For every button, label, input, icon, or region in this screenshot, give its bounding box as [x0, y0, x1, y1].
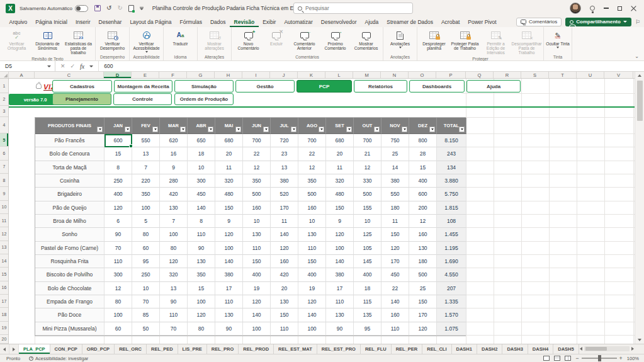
cell-M16[interactable]: 18	[354, 282, 381, 295]
cell-C11[interactable]: Broa de Milho	[35, 215, 105, 228]
cell-N12[interactable]: 150	[381, 228, 409, 241]
sheet-tab-rel-orc[interactable]: REL_ORC	[115, 344, 147, 354]
cell-P8[interactable]: 3.880	[437, 174, 466, 188]
cell-K12[interactable]: 130	[298, 228, 326, 241]
cell-J6[interactable]: 23	[271, 147, 298, 161]
autosave-toggle[interactable]	[75, 5, 88, 12]
cell-K18[interactable]: 140	[298, 308, 326, 322]
cell-F6[interactable]: 16	[160, 147, 188, 161]
cell-E5[interactable]: 550	[132, 134, 160, 147]
cell-O5[interactable]: 800	[409, 134, 437, 147]
cell-I18[interactable]: 140	[243, 308, 271, 322]
cell-G9[interactable]: 450	[188, 188, 215, 201]
cell-J14[interactable]: 160	[271, 255, 298, 268]
cell-P10[interactable]: 1.815	[437, 201, 466, 215]
cell-L11[interactable]: 9	[326, 215, 354, 228]
ribbon-button-verificar-desempenho[interactable]: Verificar Desempenho	[97, 28, 128, 50]
column-header-F[interactable]: F	[159, 72, 187, 78]
cell-O8[interactable]: 400	[409, 174, 437, 188]
cell-K8[interactable]: 350	[298, 174, 326, 188]
cell-E8[interactable]: 220	[132, 174, 160, 188]
sheet-tab-con-pcp[interactable]: CON_PCP	[50, 344, 82, 354]
cell-I5[interactable]: 700	[243, 134, 271, 147]
formula-bar-expand-icon[interactable]	[89, 65, 93, 67]
cell-K9[interactable]: 500	[298, 188, 326, 201]
cell-K15[interactable]: 400	[298, 268, 326, 281]
cell-J12[interactable]: 140	[271, 228, 298, 241]
cell-M13[interactable]: 105	[354, 242, 381, 255]
sheet-tab-lis-pre[interactable]: LIS_PRE	[178, 344, 207, 354]
cell-M19[interactable]: 95	[354, 322, 381, 336]
ribbon-button-traduzir[interactable]: AaTraduzir	[165, 28, 196, 46]
column-header-V[interactable]: V	[604, 72, 633, 78]
cell-E14[interactable]: 95	[132, 255, 160, 268]
cell-G8[interactable]: 300	[188, 174, 215, 188]
zoom-slider[interactable]	[598, 355, 601, 361]
cell-K13[interactable]: 110	[298, 242, 326, 255]
ribbon-button-ocultar-tinta[interactable]: ✎≈≈Ocultar Tinta	[545, 28, 570, 48]
cell-H12[interactable]: 120	[215, 228, 243, 241]
column-header-L[interactable]: L	[325, 72, 353, 78]
cell-H5[interactable]: 680	[215, 134, 243, 147]
nav-button-controle[interactable]: Controle	[113, 93, 172, 105]
cell-J8[interactable]: 380	[271, 174, 298, 188]
cell-P11[interactable]: 108	[437, 215, 466, 228]
cell-N15[interactable]: 450	[381, 268, 409, 281]
filter-button[interactable]	[263, 127, 269, 132]
minimize-button[interactable]	[604, 8, 609, 8]
cell-L9[interactable]: 480	[326, 188, 354, 201]
cell-O10[interactable]: 200	[409, 201, 437, 215]
row-header-15[interactable]: 15	[0, 268, 8, 281]
cell-I9[interactable]: 500	[243, 188, 271, 201]
cell-D11[interactable]: 6	[105, 215, 132, 228]
cell-C16[interactable]: Bolo de Chocolate	[35, 282, 105, 295]
cell-E16[interactable]: 10	[132, 282, 160, 295]
cell-E11[interactable]: 5	[132, 215, 160, 228]
cell-M9[interactable]: 500	[354, 188, 381, 201]
customize-quick-access-icon[interactable]	[140, 7, 144, 10]
cell-O17[interactable]: 150	[409, 295, 437, 308]
cell-C10[interactable]: Pão de Queijo	[35, 201, 105, 215]
cell-D15[interactable]: 300	[105, 268, 132, 281]
cell-G12[interactable]: 110	[188, 228, 215, 241]
row-header-8[interactable]: 8	[0, 174, 8, 187]
horizontal-scrollbar[interactable]	[580, 346, 634, 352]
ribbon-button-mostrar-comentarios[interactable]: Mostrar Comentários	[351, 28, 381, 50]
cell-F7[interactable]: 9	[160, 161, 188, 174]
cell-C13[interactable]: Pastel de Forno (Carne)	[35, 242, 105, 255]
nav-button-gestao[interactable]: Gestão	[235, 80, 295, 93]
cell-H8[interactable]: 320	[215, 174, 243, 188]
cell-N6[interactable]: 25	[381, 147, 409, 161]
cell-N7[interactable]: 14	[381, 161, 409, 174]
vertical-scrollbar[interactable]	[635, 72, 644, 344]
cell-J9[interactable]: 520	[271, 188, 298, 201]
sheet-tab-rel-cli[interactable]: REL_CLI	[422, 344, 451, 354]
cell-J18[interactable]: 150	[271, 308, 298, 322]
ribbon-button-verificar-acessibilidade[interactable]: Verificar Acessibilidade	[131, 28, 162, 53]
cell-C12[interactable]: Sonho	[35, 228, 105, 241]
cell-F19[interactable]: 70	[160, 322, 188, 336]
sheet-tab-ord-pcp[interactable]: ORD_PCP	[82, 344, 115, 354]
collapse-ribbon-icon[interactable]: ⌄	[635, 54, 639, 59]
ribbon-button-comentario-anterior[interactable]: ←Comentário Anterior	[289, 28, 320, 50]
cell-E6[interactable]: 13	[132, 147, 160, 161]
row-header-13[interactable]: 13	[0, 241, 8, 254]
sheet-nav-right[interactable]	[9, 344, 19, 354]
cell-M15[interactable]: 400	[354, 268, 381, 281]
row-header-17[interactable]: 17	[0, 295, 8, 308]
filter-button[interactable]	[319, 127, 324, 132]
cell-K14[interactable]: 150	[298, 255, 326, 268]
ribbon-button-estatisticas-da-pasta-de-trabalho[interactable]: 23Estatísticas da pasta de trabalho	[63, 28, 94, 55]
cell-J10[interactable]: 170	[271, 201, 298, 215]
row-header-2[interactable]: 2	[0, 93, 8, 106]
cell-I14[interactable]: 150	[243, 255, 271, 268]
cell-L15[interactable]: 380	[326, 268, 354, 281]
column-header-A[interactable]: A	[9, 72, 35, 78]
ribbon-button-proteger-pasta-de-trabalho[interactable]: Proteger Pasta de Trabalho	[449, 28, 480, 50]
cell-N5[interactable]: 750	[381, 134, 409, 147]
cell-M5[interactable]: 700	[354, 134, 381, 147]
filter-button[interactable]	[235, 127, 241, 132]
cell-N11[interactable]: 11	[381, 215, 409, 228]
cell-H16[interactable]: 17	[215, 282, 243, 295]
cell-M18[interactable]: 135	[354, 308, 381, 322]
